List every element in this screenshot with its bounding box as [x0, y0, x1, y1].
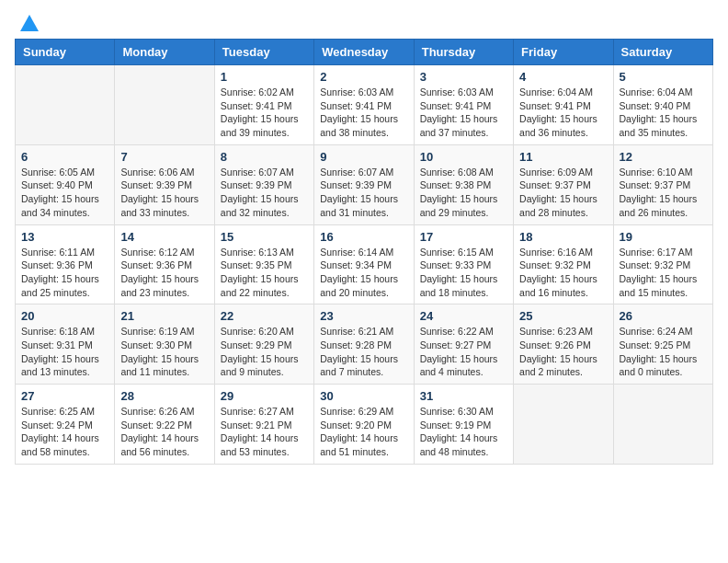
- calendar-cell: 29Sunrise: 6:27 AM Sunset: 9:21 PM Dayli…: [214, 385, 313, 465]
- calendar-cell: 30Sunrise: 6:29 AM Sunset: 9:20 PM Dayli…: [314, 385, 414, 465]
- day-info: Sunrise: 6:23 AM Sunset: 9:26 PM Dayligh…: [519, 325, 607, 379]
- day-number: 4: [519, 70, 607, 84]
- day-info: Sunrise: 6:03 AM Sunset: 9:41 PM Dayligh…: [320, 86, 407, 140]
- day-number: 5: [620, 70, 707, 84]
- day-info: Sunrise: 6:04 AM Sunset: 9:41 PM Dayligh…: [519, 86, 607, 140]
- calendar-cell: 17Sunrise: 6:15 AM Sunset: 9:33 PM Dayli…: [414, 224, 513, 304]
- day-number: 23: [320, 309, 407, 323]
- calendar-day-header: Wednesday: [314, 40, 414, 65]
- calendar-header-row: SundayMondayTuesdayWednesdayThursdayFrid…: [16, 40, 713, 65]
- calendar-cell: 10Sunrise: 6:08 AM Sunset: 9:38 PM Dayli…: [414, 144, 513, 224]
- day-info: Sunrise: 6:10 AM Sunset: 9:37 PM Dayligh…: [620, 166, 707, 220]
- calendar-cell: 9Sunrise: 6:07 AM Sunset: 9:39 PM Daylig…: [314, 144, 414, 224]
- day-number: 31: [420, 389, 507, 403]
- day-info: Sunrise: 6:24 AM Sunset: 9:25 PM Dayligh…: [620, 325, 707, 379]
- calendar-day-header: Tuesday: [214, 40, 313, 65]
- page-header: [15, 15, 713, 28]
- day-number: 24: [420, 309, 507, 323]
- calendar-cell: 24Sunrise: 6:22 AM Sunset: 9:27 PM Dayli…: [414, 304, 513, 385]
- calendar-week-row: 6Sunrise: 6:05 AM Sunset: 9:40 PM Daylig…: [16, 144, 713, 224]
- calendar-week-row: 20Sunrise: 6:18 AM Sunset: 9:31 PM Dayli…: [16, 304, 713, 385]
- calendar-cell: [613, 385, 712, 465]
- day-info: Sunrise: 6:27 AM Sunset: 9:21 PM Dayligh…: [221, 405, 308, 459]
- calendar-cell: [16, 65, 115, 145]
- calendar-cell: 21Sunrise: 6:19 AM Sunset: 9:30 PM Dayli…: [115, 304, 214, 385]
- calendar-cell: 3Sunrise: 6:03 AM Sunset: 9:41 PM Daylig…: [414, 65, 513, 145]
- day-info: Sunrise: 6:16 AM Sunset: 9:32 PM Dayligh…: [519, 246, 607, 300]
- calendar-cell: 11Sunrise: 6:09 AM Sunset: 9:37 PM Dayli…: [514, 144, 613, 224]
- day-info: Sunrise: 6:03 AM Sunset: 9:41 PM Dayligh…: [420, 86, 507, 140]
- calendar-cell: 28Sunrise: 6:26 AM Sunset: 9:22 PM Dayli…: [115, 385, 214, 465]
- day-number: 7: [120, 150, 208, 164]
- day-info: Sunrise: 6:14 AM Sunset: 9:34 PM Dayligh…: [320, 246, 407, 300]
- day-number: 8: [221, 150, 308, 164]
- day-number: 21: [120, 309, 208, 323]
- day-number: 2: [320, 70, 407, 84]
- calendar-cell: 22Sunrise: 6:20 AM Sunset: 9:29 PM Dayli…: [214, 304, 313, 385]
- calendar-table: SundayMondayTuesdayWednesdayThursdayFrid…: [15, 39, 713, 465]
- day-number: 11: [519, 150, 607, 164]
- day-info: Sunrise: 6:11 AM Sunset: 9:36 PM Dayligh…: [21, 246, 108, 300]
- calendar-cell: 6Sunrise: 6:05 AM Sunset: 9:40 PM Daylig…: [16, 144, 115, 224]
- calendar-week-row: 1Sunrise: 6:02 AM Sunset: 9:41 PM Daylig…: [16, 65, 713, 145]
- day-info: Sunrise: 6:22 AM Sunset: 9:27 PM Dayligh…: [420, 325, 507, 379]
- day-number: 27: [21, 389, 108, 403]
- day-number: 17: [420, 230, 507, 244]
- day-number: 29: [221, 389, 308, 403]
- day-number: 13: [21, 230, 108, 244]
- calendar-day-header: Thursday: [414, 40, 513, 65]
- day-number: 16: [320, 230, 407, 244]
- calendar-cell: 20Sunrise: 6:18 AM Sunset: 9:31 PM Dayli…: [16, 304, 115, 385]
- calendar-cell: 27Sunrise: 6:25 AM Sunset: 9:24 PM Dayli…: [16, 385, 115, 465]
- day-info: Sunrise: 6:04 AM Sunset: 9:40 PM Dayligh…: [620, 86, 707, 140]
- calendar-day-header: Saturday: [613, 40, 712, 65]
- day-info: Sunrise: 6:12 AM Sunset: 9:36 PM Dayligh…: [120, 246, 208, 300]
- day-number: 15: [221, 230, 308, 244]
- day-number: 26: [620, 309, 707, 323]
- day-info: Sunrise: 6:26 AM Sunset: 9:22 PM Dayligh…: [120, 405, 208, 459]
- day-number: 1: [221, 70, 308, 84]
- day-number: 30: [320, 389, 407, 403]
- day-number: 14: [120, 230, 208, 244]
- day-number: 10: [420, 150, 507, 164]
- calendar-day-header: Monday: [115, 40, 214, 65]
- calendar-cell: [115, 65, 214, 145]
- calendar-cell: 25Sunrise: 6:23 AM Sunset: 9:26 PM Dayli…: [514, 304, 613, 385]
- logo: [15, 15, 39, 28]
- calendar-week-row: 13Sunrise: 6:11 AM Sunset: 9:36 PM Dayli…: [16, 224, 713, 304]
- calendar-day-header: Sunday: [16, 40, 115, 65]
- day-info: Sunrise: 6:19 AM Sunset: 9:30 PM Dayligh…: [120, 325, 208, 379]
- day-info: Sunrise: 6:29 AM Sunset: 9:20 PM Dayligh…: [320, 405, 407, 459]
- day-number: 19: [620, 230, 707, 244]
- logo-triangle-icon: [20, 15, 39, 31]
- day-info: Sunrise: 6:30 AM Sunset: 9:19 PM Dayligh…: [420, 405, 507, 459]
- day-info: Sunrise: 6:18 AM Sunset: 9:31 PM Dayligh…: [21, 325, 108, 379]
- day-info: Sunrise: 6:21 AM Sunset: 9:28 PM Dayligh…: [320, 325, 407, 379]
- day-number: 6: [21, 150, 108, 164]
- calendar-cell: 23Sunrise: 6:21 AM Sunset: 9:28 PM Dayli…: [314, 304, 414, 385]
- calendar-cell: 26Sunrise: 6:24 AM Sunset: 9:25 PM Dayli…: [613, 304, 712, 385]
- calendar-cell: [514, 385, 613, 465]
- calendar-week-row: 27Sunrise: 6:25 AM Sunset: 9:24 PM Dayli…: [16, 385, 713, 465]
- day-number: 25: [519, 309, 607, 323]
- calendar-cell: 14Sunrise: 6:12 AM Sunset: 9:36 PM Dayli…: [115, 224, 214, 304]
- calendar-cell: 16Sunrise: 6:14 AM Sunset: 9:34 PM Dayli…: [314, 224, 414, 304]
- day-info: Sunrise: 6:07 AM Sunset: 9:39 PM Dayligh…: [320, 166, 407, 220]
- calendar-cell: 5Sunrise: 6:04 AM Sunset: 9:40 PM Daylig…: [613, 65, 712, 145]
- day-info: Sunrise: 6:15 AM Sunset: 9:33 PM Dayligh…: [420, 246, 507, 300]
- day-number: 20: [21, 309, 108, 323]
- calendar-cell: 31Sunrise: 6:30 AM Sunset: 9:19 PM Dayli…: [414, 385, 513, 465]
- calendar-cell: 1Sunrise: 6:02 AM Sunset: 9:41 PM Daylig…: [214, 65, 313, 145]
- day-info: Sunrise: 6:08 AM Sunset: 9:38 PM Dayligh…: [420, 166, 507, 220]
- calendar-cell: 2Sunrise: 6:03 AM Sunset: 9:41 PM Daylig…: [314, 65, 414, 145]
- calendar-cell: 8Sunrise: 6:07 AM Sunset: 9:39 PM Daylig…: [214, 144, 313, 224]
- day-info: Sunrise: 6:06 AM Sunset: 9:39 PM Dayligh…: [120, 166, 208, 220]
- day-info: Sunrise: 6:07 AM Sunset: 9:39 PM Dayligh…: [221, 166, 308, 220]
- calendar-cell: 18Sunrise: 6:16 AM Sunset: 9:32 PM Dayli…: [514, 224, 613, 304]
- calendar-day-header: Friday: [514, 40, 613, 65]
- day-info: Sunrise: 6:13 AM Sunset: 9:35 PM Dayligh…: [221, 246, 308, 300]
- day-info: Sunrise: 6:25 AM Sunset: 9:24 PM Dayligh…: [21, 405, 108, 459]
- calendar-cell: 4Sunrise: 6:04 AM Sunset: 9:41 PM Daylig…: [514, 65, 613, 145]
- day-info: Sunrise: 6:05 AM Sunset: 9:40 PM Dayligh…: [21, 166, 108, 220]
- day-number: 3: [420, 70, 507, 84]
